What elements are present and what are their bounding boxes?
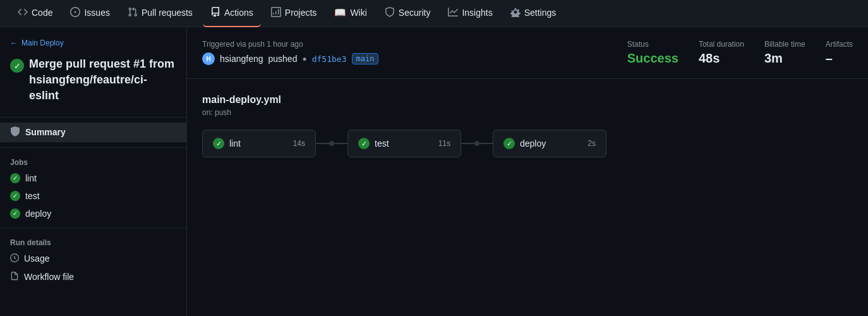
connector-line-1b (334, 143, 347, 144)
issues-icon (70, 7, 80, 19)
nav-projects[interactable]: Projects (263, 0, 325, 27)
main-content: Triggered via push 1 hour ago H hsiangfe… (187, 27, 868, 316)
sidebar-job-lint[interactable]: ✓ lint (0, 169, 186, 187)
status-section: Status Success (627, 40, 678, 66)
sidebar-workflow-file[interactable]: Workflow file (0, 268, 186, 286)
nav-security-label: Security (399, 8, 431, 18)
nav-wiki-label: Wiki (350, 8, 366, 18)
trigger-area: Triggered via push 1 hour ago H hsiangfe… (202, 40, 607, 65)
nav-projects-label: Projects (285, 8, 317, 18)
sidebar-job-test[interactable]: ✓ test (0, 187, 186, 205)
avatar: H (202, 52, 215, 65)
nav-code[interactable]: Code (10, 0, 60, 27)
nav-code-label: Code (32, 8, 52, 18)
nav-insights-label: Insights (462, 8, 492, 18)
info-banner: Triggered via push 1 hour ago H hsiangfe… (187, 27, 868, 79)
nav-settings[interactable]: Settings (503, 0, 564, 27)
page-title: Merge pull request #1 from hsiangfeng/fe… (29, 56, 176, 104)
pushed-label: pushed (268, 54, 298, 64)
breadcrumb: ← Main Deploy (0, 32, 186, 54)
nav-issues-label: Issues (84, 8, 109, 18)
settings-icon (510, 7, 521, 19)
divider-2 (0, 147, 186, 148)
breadcrumb-link[interactable]: Main Deploy (21, 39, 64, 47)
connector-dot-1 (329, 141, 334, 146)
workflow-file-icon (10, 272, 19, 283)
triggered-label: Triggered via push 1 hour ago (202, 40, 607, 49)
workflow-filename: main-deploy.yml (202, 94, 853, 106)
main-layout: ← Main Deploy ✓ Merge pull request #1 fr… (0, 27, 868, 316)
insights-icon (448, 7, 458, 19)
status-value: Success (627, 51, 678, 66)
deploy-job-name: deploy (520, 138, 546, 149)
usage-icon (10, 253, 19, 264)
security-icon (385, 7, 395, 19)
workflow-file-label: Workflow file (24, 272, 74, 282)
nav-issues[interactable]: Issues (63, 0, 117, 27)
pullrequest-icon (128, 7, 138, 19)
duration-value: 48s (699, 51, 744, 66)
actions-icon (210, 7, 220, 19)
nav-actions-label: Actions (224, 8, 253, 18)
connector-2 (461, 141, 493, 146)
sidebar-job-deploy-label: deploy (25, 209, 51, 219)
lint-success-icon: ✓ (213, 138, 224, 149)
page-title-area: ✓ Merge pull request #1 from hsiangfeng/… (0, 54, 186, 112)
connector-line-2 (461, 143, 474, 144)
run-details-header: Run details (0, 233, 186, 250)
billable-section: Billable time 3m (764, 40, 805, 66)
lint-job-name: lint (229, 138, 241, 149)
usage-label: Usage (24, 253, 49, 264)
nav-insights[interactable]: Insights (440, 0, 500, 27)
artifacts-section: Artifacts – (826, 40, 853, 66)
deploy-status-icon: ✓ (10, 209, 20, 219)
billable-label: Billable time (764, 40, 805, 49)
test-success-icon: ✓ (358, 138, 370, 149)
pipeline-job-lint[interactable]: ✓ lint 14s (202, 130, 316, 157)
workflow-section: main-deploy.yml on: push ✓ lint 14s (187, 79, 868, 173)
test-job-name: test (375, 138, 389, 149)
back-arrow-icon: ← (10, 39, 18, 47)
duration-label: Total duration (699, 40, 744, 49)
sidebar-usage[interactable]: Usage (0, 250, 186, 268)
status-label: Status (627, 40, 678, 49)
nav-security[interactable]: Security (377, 0, 438, 27)
wiki-icon: 📖 (334, 7, 346, 18)
billable-value: 3m (764, 51, 805, 66)
lint-status-icon: ✓ (10, 173, 20, 183)
run-status-icon: ✓ (10, 59, 24, 73)
connector-line-2b (479, 143, 493, 144)
branch-badge[interactable]: main (352, 53, 379, 64)
summary-label: Summary (25, 127, 66, 137)
divider-3 (0, 228, 186, 228)
summary-icon (10, 126, 20, 138)
sidebar-job-test-label: test (25, 191, 40, 201)
pipeline-job-deploy[interactable]: ✓ deploy 2s (493, 130, 606, 157)
nav-pullrequests-label: Pull requests (142, 8, 193, 18)
deploy-job-duration: 2s (588, 139, 596, 148)
top-nav: Code Issues Pull requests Actions Projec… (0, 0, 868, 27)
projects-icon (271, 7, 281, 19)
workflow-trigger: on: push (202, 108, 853, 117)
nav-wiki[interactable]: 📖 Wiki (327, 0, 374, 27)
trigger-user: H hsiangfeng pushed ● df51be3 main (202, 52, 607, 65)
code-icon (18, 7, 28, 19)
pipeline-job-test[interactable]: ✓ test 11s (347, 130, 461, 157)
connector-dot-2 (474, 141, 479, 146)
sidebar-job-lint-label: lint (25, 173, 37, 183)
connector-1 (316, 141, 347, 146)
artifacts-label: Artifacts (826, 40, 853, 49)
sidebar-item-summary[interactable]: Summary (0, 123, 186, 142)
deploy-success-icon: ✓ (503, 138, 515, 149)
connector-line-1 (316, 143, 329, 144)
test-job-duration: 11s (438, 139, 450, 148)
divider-1 (0, 117, 186, 118)
lint-job-duration: 14s (293, 139, 305, 148)
commit-circle-icon: ● (302, 54, 306, 63)
nav-pullrequests[interactable]: Pull requests (120, 0, 200, 27)
duration-section: Total duration 48s (699, 40, 744, 66)
nav-actions[interactable]: Actions (203, 0, 261, 27)
commit-hash[interactable]: df51be3 (312, 54, 347, 64)
sidebar-job-deploy[interactable]: ✓ deploy (0, 205, 186, 222)
sidebar: ← Main Deploy ✓ Merge pull request #1 fr… (0, 27, 187, 316)
